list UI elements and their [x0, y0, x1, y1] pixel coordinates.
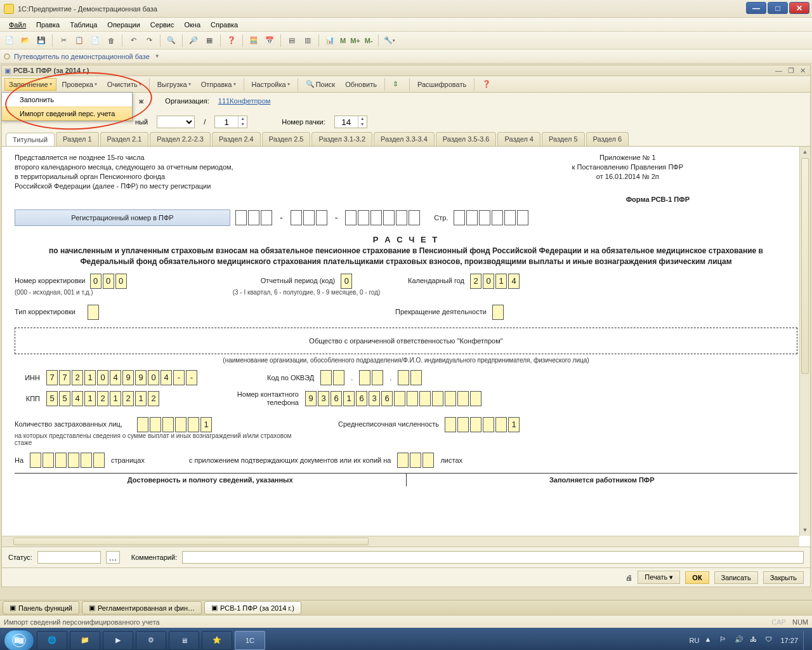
taskbar-app1[interactable]: ⚙	[136, 631, 166, 650]
settings-button[interactable]: Настройка▾	[247, 78, 294, 91]
taskbar-app3[interactable]: ⭐	[202, 631, 232, 650]
period-select[interactable]	[157, 116, 195, 128]
dropdown-fill[interactable]: Заполнить	[2, 93, 132, 107]
tab-section24[interactable]: Раздел 2.4	[212, 132, 261, 146]
tree1-icon[interactable]: ▤	[285, 34, 299, 48]
decrypt-button[interactable]: Расшифровать	[413, 78, 471, 91]
menu-table[interactable]: Таблица	[65, 19, 102, 30]
doc-minimize-button[interactable]: —	[773, 67, 784, 75]
start-button[interactable]	[4, 630, 34, 651]
kpp-cells[interactable]: 554121212	[46, 391, 159, 406]
mminus-label[interactable]: M-	[363, 37, 374, 44]
close-button-doc[interactable]: Закрыть	[763, 571, 804, 584]
up-arrow-icon[interactable]: ▲	[239, 116, 247, 122]
fill-menu-button[interactable]: Заполнение▾	[4, 78, 56, 91]
taskbar-explorer[interactable]: 📁	[70, 631, 100, 650]
menu-file[interactable]: Файл	[4, 19, 31, 30]
calendar-icon[interactable]: 📅	[263, 34, 277, 48]
taskbar-ie[interactable]: 🌐	[37, 631, 67, 650]
pack-spinner[interactable]: ▲▼	[334, 116, 367, 128]
tab-section6[interactable]: Раздел 6	[586, 132, 629, 146]
tab-panel-functions[interactable]: ▣Панель функций	[3, 601, 79, 614]
menu-help[interactable]: Справка	[206, 19, 243, 30]
tab-rsv[interactable]: ▣РСВ-1 ПФР (за 2014 г.)	[204, 601, 301, 614]
doc-close-button[interactable]: ✕	[798, 67, 808, 75]
taskbar-media[interactable]: ▶	[103, 631, 133, 650]
tab-section21[interactable]: Раздел 2.1	[100, 132, 149, 146]
tab-section25[interactable]: Раздел 2.5	[262, 132, 311, 146]
scroll-thumb[interactable]	[801, 158, 809, 374]
refresh-button[interactable]: Обновить	[341, 78, 381, 91]
menu-operations[interactable]: Операции	[102, 19, 145, 30]
clock[interactable]: 17:27	[780, 637, 798, 644]
save-button[interactable]: Записать	[714, 571, 758, 584]
taskbar-1c[interactable]: 1С	[235, 631, 265, 650]
lang-indicator[interactable]: RU	[690, 637, 700, 644]
tray-up-icon[interactable]: ▲	[704, 635, 714, 646]
year-spinner[interactable]: ▲▼	[214, 116, 247, 128]
menu-service[interactable]: Сервис	[145, 19, 180, 30]
horizontal-scrollbar[interactable]	[2, 536, 799, 547]
copy-icon[interactable]: 📋	[72, 34, 86, 48]
scroll-up-icon[interactable]: ▲	[800, 147, 810, 157]
tab-section1[interactable]: Раздел 1	[56, 132, 99, 146]
korr-type-cell[interactable]	[88, 305, 99, 320]
open-icon[interactable]: 📂	[18, 34, 32, 48]
paste-icon[interactable]: 📄	[88, 34, 102, 48]
dropdown-import[interactable]: Импорт сведений перс. учета	[2, 107, 132, 121]
reg-cells-1[interactable]	[235, 210, 272, 225]
comment-input[interactable]	[182, 551, 804, 564]
doc-restore-button[interactable]: ❐	[786, 67, 796, 75]
tab-section2223[interactable]: Раздел 2.2-2.3	[150, 132, 211, 146]
korr-cells[interactable]: 000	[90, 274, 127, 289]
inn-cells[interactable]: 7721049904--	[46, 370, 197, 385]
close-button[interactable]: ✕	[789, 2, 809, 14]
clear-button[interactable]: Очистить▾	[103, 78, 146, 91]
check-button[interactable]: Проверка▾	[58, 78, 102, 91]
help-icon[interactable]: ❓	[225, 34, 239, 48]
find-icon[interactable]: 🔍	[164, 34, 178, 48]
m-label[interactable]: M	[339, 37, 347, 44]
print-button[interactable]: Печать ▾	[638, 571, 680, 584]
expand-button[interactable]: ⇕	[388, 77, 406, 91]
grid-icon[interactable]: ▦	[202, 34, 216, 48]
status-input[interactable]	[37, 551, 101, 564]
maximize-button[interactable]: □	[768, 2, 788, 14]
page-cells[interactable]	[454, 210, 528, 225]
save-icon[interactable]: 💾	[34, 34, 48, 48]
tab-reglament[interactable]: ▣Регламентированная и фин…	[82, 601, 202, 614]
calc-icon[interactable]: 🧮	[247, 34, 261, 48]
tab-section3334[interactable]: Раздел 3.3-3.4	[374, 132, 435, 146]
menu-edit[interactable]: Правка	[31, 19, 65, 30]
new-icon[interactable]: 📄	[3, 34, 16, 48]
tab-section3132[interactable]: Раздел 3.1-3.2	[311, 132, 372, 146]
cease-cell[interactable]	[492, 305, 504, 320]
zoom-icon[interactable]: 🔎	[187, 34, 200, 48]
show-desktop[interactable]	[803, 631, 808, 650]
org-name-box[interactable]: Общество с ограниченной ответственностью…	[15, 328, 797, 354]
tab-section5[interactable]: Раздел 5	[542, 132, 585, 146]
taskbar-app2[interactable]: 🖥	[169, 631, 199, 650]
find-button[interactable]: 🔍Поиск	[301, 77, 339, 91]
tray-network-icon[interactable]: 🖧	[750, 635, 760, 646]
clear-icon[interactable]: 🗑	[104, 34, 118, 48]
sheets-cells[interactable]	[397, 453, 434, 468]
ok-button[interactable]: ОК	[685, 571, 709, 584]
vertical-scrollbar[interactable]: ▲ ▼	[799, 147, 810, 536]
redo-icon[interactable]: ↷	[142, 34, 156, 48]
insured-cells[interactable]: 1	[137, 417, 212, 432]
okved-cells[interactable]	[320, 370, 344, 385]
org-link[interactable]: 111Конфетпром	[218, 97, 271, 105]
status-picker[interactable]: …	[106, 551, 120, 564]
cut-icon[interactable]: ✂	[56, 34, 70, 48]
export-button[interactable]: Выгрузка▾	[153, 78, 195, 91]
hscroll-thumb[interactable]	[13, 538, 369, 545]
phone-cells[interactable]: 9361636	[305, 391, 481, 406]
menu-windows[interactable]: Окна	[180, 19, 206, 30]
reg-cells-3[interactable]	[345, 210, 420, 225]
period-cell[interactable]: 0	[341, 274, 352, 289]
guide-link[interactable]: Путеводитель по демонстрационной базе	[14, 53, 150, 60]
year-cells[interactable]: 2014	[470, 274, 520, 289]
mplus-label[interactable]: M+	[349, 37, 362, 44]
send-button[interactable]: Отправка▾	[197, 78, 240, 91]
